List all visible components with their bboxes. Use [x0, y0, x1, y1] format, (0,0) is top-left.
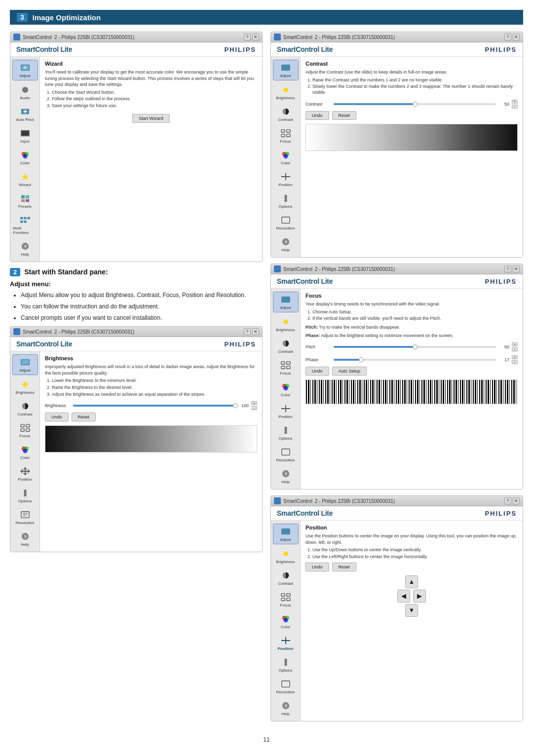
focus-icon [279, 360, 293, 371]
brightness-help-nav-icon: ? [18, 531, 32, 542]
brightness-slider-track[interactable] [73, 405, 235, 407]
start-wizard-button[interactable]: Start Wizard [132, 114, 170, 123]
pos-down-btn[interactable]: ▼ [405, 604, 418, 617]
nav-audio[interactable]: Audio [12, 82, 38, 102]
focus-content: Focus Your display's timing needs to be … [301, 289, 523, 489]
contrast-nav-focus[interactable]: Focus [273, 126, 299, 146]
contrast-dec-btn[interactable]: - [512, 105, 518, 109]
focus-nav-position[interactable]: Position [273, 401, 299, 421]
brightness-inc-btn[interactable]: + [251, 401, 257, 405]
contrast-nav-resolution[interactable]: Resolution [273, 213, 299, 232]
brightness-undo-btn[interactable]: Undo [45, 413, 69, 421]
position-help-btn[interactable]: ? [504, 497, 511, 504]
brightness-nav-help[interactable]: ? Help [12, 529, 38, 549]
position-nav-position[interactable]: Position [273, 633, 299, 653]
contrast-nav-help[interactable]: ? Help [273, 234, 299, 254]
wizard-steps-list: Choose the Start Wizard button. Follow t… [52, 90, 257, 109]
contrast-slider-track[interactable] [334, 103, 496, 105]
brightness-nav-resolution[interactable]: Resolution [12, 507, 38, 527]
position-nav-focus[interactable]: Focus [273, 590, 299, 609]
brightness-nav-contrast[interactable]: Contrast [12, 399, 38, 418]
brightness-btn-row: Undo Reset [45, 413, 257, 421]
focus-nav-help[interactable]: ? Help [273, 466, 299, 486]
nav-multifrontiers[interactable]: Multi Frontiers [12, 213, 38, 237]
brightness-reset-btn[interactable]: Reset [72, 413, 96, 421]
contrast-reset-btn[interactable]: Reset [332, 111, 357, 120]
contrast-nav-color[interactable]: Color [273, 148, 299, 167]
position-close-btn[interactable]: ✕ [513, 497, 520, 504]
focus-nav-color[interactable]: Color [273, 379, 299, 399]
nav-wizard[interactable]: Wizard [12, 169, 38, 189]
help-button[interactable]: ? [244, 34, 251, 40]
pos-left-btn[interactable]: ◀ [397, 590, 410, 603]
phase-dec-btn[interactable]: - [512, 360, 518, 364]
focus-nav-focus[interactable]: Focus [273, 358, 299, 378]
brightness-dec-btn[interactable]: - [251, 406, 257, 410]
contrast-help-btn[interactable]: ? [504, 34, 511, 40]
contrast-slider-thumb[interactable] [413, 102, 418, 107]
nav-color-label: Color [20, 161, 30, 165]
brightness-slider-thumb[interactable] [233, 403, 238, 408]
pitch-slider-track[interactable] [334, 346, 496, 348]
focus-nav-resolution[interactable]: Resolution [273, 445, 299, 464]
position-nav-resolution[interactable]: Resolution [273, 677, 299, 696]
svg-point-88 [284, 663, 287, 666]
brightness-nav-focus[interactable]: Focus [12, 420, 38, 440]
brightness-help-btn[interactable]: ? [244, 328, 251, 335]
position-nav-options[interactable]: Options [273, 655, 299, 675]
brightness-nav-brightness[interactable]: Brightness [12, 377, 38, 397]
position-nav-brightness[interactable]: Brightness [273, 546, 299, 566]
focus-autosetup-btn[interactable]: Auto Setup [332, 367, 367, 376]
position-reset-btn[interactable]: Reset [332, 563, 357, 571]
nav-input[interactable]: Input [12, 126, 38, 146]
contrast-close-btn[interactable]: ✕ [513, 34, 520, 40]
svg-rect-34 [26, 429, 29, 431]
contrast-nav-brightness[interactable]: Brightness [273, 82, 299, 102]
nav-help[interactable]: ? Help [12, 239, 38, 259]
nav-autopivot[interactable]: Auto Pivot [12, 104, 38, 124]
pitch-dec-btn[interactable]: - [512, 347, 518, 351]
position-undo-btn[interactable]: Undo [305, 563, 329, 571]
contrast-slider-row: Contrast 50 + - [305, 100, 518, 109]
focus-nav-options[interactable]: Options [273, 423, 299, 443]
focus-nav-contrast[interactable]: Contrast [273, 336, 299, 356]
close-button[interactable]: ✕ [252, 34, 259, 40]
position-nav-color[interactable]: Color [273, 611, 299, 631]
position-nav-adjust[interactable]: Adjust [273, 524, 299, 544]
pitch-slider-label: Pitch [305, 344, 331, 349]
pitch-inc-btn[interactable]: + [512, 342, 518, 346]
contrast-nav-position[interactable]: Position [273, 169, 299, 189]
focus-undo-btn[interactable]: Undo [305, 367, 329, 376]
contrast-nav-options[interactable]: Options [273, 191, 299, 211]
nav-presets[interactable]: Presets [12, 191, 38, 211]
contrast-nav-adjust[interactable]: Adjust [273, 60, 299, 80]
brightness-nav-adjust[interactable]: Adjust [12, 354, 38, 375]
focus-nav-adjust[interactable]: Adjust [273, 292, 299, 312]
nav-adjust[interactable]: Adjust [12, 60, 38, 80]
nav-color[interactable]: Color [12, 148, 38, 167]
section-title: Image Optimization [33, 13, 101, 22]
contrast-undo-btn[interactable]: Undo [305, 111, 329, 120]
position-nav-help[interactable]: ? Help [273, 698, 299, 718]
position-nav-focus-label: Focus [280, 603, 291, 607]
contrast-inc-btn[interactable]: + [512, 100, 518, 104]
brightness-close-btn[interactable]: ✕ [252, 328, 259, 335]
pos-right-btn[interactable]: ▶ [413, 590, 426, 603]
svg-rect-50 [286, 134, 290, 137]
pitch-slider-thumb[interactable] [413, 344, 418, 349]
focus-close-btn[interactable]: ✕ [513, 265, 520, 272]
phase-slider-track[interactable] [334, 359, 496, 361]
svg-rect-16 [20, 217, 23, 220]
svg-rect-47 [281, 130, 285, 132]
focus-help-btn[interactable]: ? [504, 265, 511, 272]
brightness-sc-icon [13, 328, 20, 335]
phase-slider-thumb[interactable] [359, 357, 364, 362]
focus-nav-brightness[interactable]: Brightness [273, 314, 299, 334]
brightness-nav-options[interactable]: Options [12, 486, 38, 505]
brightness-nav-color[interactable]: Color [12, 442, 38, 462]
position-nav-contrast[interactable]: Contrast [273, 568, 299, 588]
phase-inc-btn[interactable]: + [512, 355, 518, 359]
contrast-nav-contrast[interactable]: Contrast [273, 104, 299, 124]
brightness-nav-position[interactable]: Position [12, 464, 38, 484]
pos-up-btn[interactable]: ▲ [405, 575, 418, 588]
